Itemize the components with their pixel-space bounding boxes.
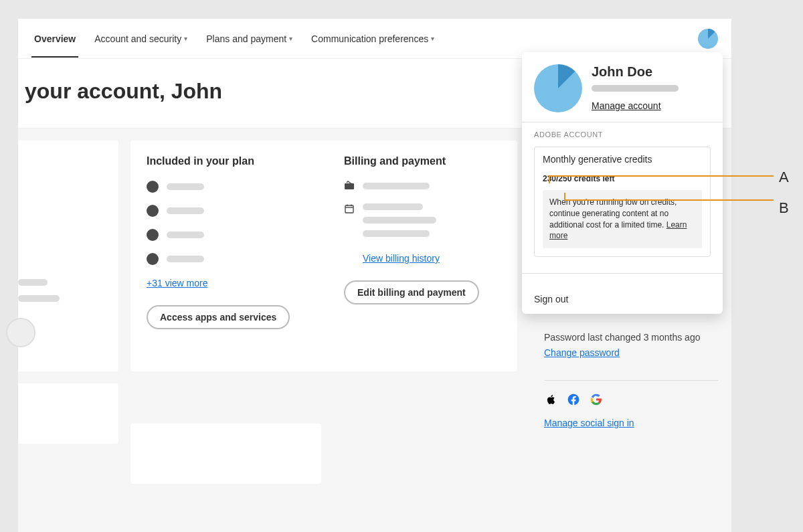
manage-social-link[interactable]: Manage social sign in [544,418,634,428]
google-icon [590,393,603,409]
sign-out-button[interactable]: Sign out [534,282,711,304]
annotation-marker-b [564,193,565,201]
chevron-down-icon: ▾ [289,35,292,42]
included-title: Included in your plan [147,155,304,167]
manage-account-link[interactable]: Manage account [592,100,661,111]
view-more-apps-link[interactable]: +31 view more [147,278,207,288]
plan-details-panel: Included in your plan +31 view more Acce… [130,141,517,371]
tab-overview[interactable]: Overview [25,20,85,58]
card-icon [344,181,355,191]
apple-icon [544,393,557,409]
billing-col: Billing and payment [344,155,501,329]
email-placeholder [592,85,679,92]
tab-account-label: Account and security [94,33,181,44]
view-billing-history-link[interactable]: View billing history [363,253,440,264]
edit-billing-button[interactable]: Edit billing and payment [344,280,479,304]
popover-section-label: ADOBE ACCOUNT [534,130,711,139]
credits-card: Monthly generative credits 230/250 credi… [534,147,711,257]
annotation-line-b [564,199,774,201]
lower-panel [130,424,321,484]
tab-plans-payment[interactable]: Plans and payment ▾ [197,20,302,58]
svg-rect-1 [345,205,353,213]
social-providers [544,380,718,417]
billing-item [344,203,501,237]
facebook-icon [567,393,580,409]
annotation-label-b: B [779,199,789,217]
annotation-label-a: A [779,169,789,186]
billing-title: Billing and payment [344,155,501,167]
credits-note-text: When you're running low on credits, cont… [549,197,677,230]
billing-item [344,181,501,191]
avatar [534,64,582,112]
tab-plans-label: Plans and payment [206,33,286,44]
app-item [147,181,304,193]
avatar[interactable] [698,29,718,49]
account-popover: John Doe Manage account ADOBE ACCOUNT Mo… [522,52,723,314]
popover-user-name: John Doe [592,64,679,80]
annotation-marker-a [549,175,550,183]
included-in-plan-col: Included in your plan +31 view more Acce… [147,155,304,329]
plan-summary-panel-cut [18,141,118,371]
annotation-line-a [549,175,774,177]
credits-title: Monthly generative credits [543,154,702,165]
chevron-down-icon: ▾ [184,35,187,42]
calendar-icon [344,203,355,214]
password-last-changed-text: Password last changed 3 months ago [544,332,718,343]
tab-comm-label: Communication preferences [311,33,428,44]
tab-communication[interactable]: Communication preferences ▾ [302,20,444,58]
app-item [147,205,304,217]
lower-panel [18,383,118,444]
app-item [147,229,304,241]
app-item [147,253,304,265]
tab-account-security[interactable]: Account and security ▾ [85,20,197,58]
change-password-link[interactable]: Change password [544,347,620,358]
chevron-down-icon: ▾ [431,35,434,42]
access-apps-button[interactable]: Access apps and services [147,305,290,329]
